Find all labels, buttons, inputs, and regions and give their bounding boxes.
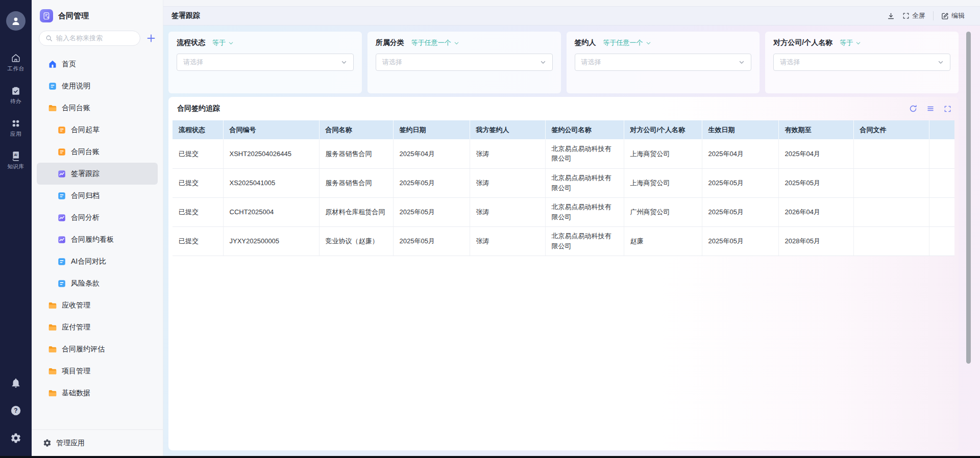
- rail-item-todo[interactable]: 待办: [8, 86, 24, 105]
- sidebar-item-payables[interactable]: 应付管理: [37, 316, 158, 338]
- edit-button[interactable]: 编辑: [941, 11, 965, 20]
- table-row[interactable]: 已提交 XSHT202504026445 服务器销售合同 2025年04月 张涛…: [173, 139, 954, 168]
- filter-select-counterparty[interactable]: 请选择: [773, 54, 950, 71]
- sidebar-item-contract-draft[interactable]: 合同起草: [37, 119, 158, 141]
- filter-operator-dropdown[interactable]: 等于任意一个: [411, 38, 459, 47]
- doc-icon: [57, 125, 66, 135]
- table-row[interactable]: 已提交 XS2025041005 服务器销售合同 2025年05月 张涛 北京易…: [173, 168, 954, 197]
- sidebar-item-receivables[interactable]: 应收管理: [37, 294, 158, 316]
- sidebar-item-contract-ledger[interactable]: 合同台账: [37, 141, 158, 163]
- fullscreen-icon: [944, 105, 951, 113]
- doc-icon: [48, 82, 57, 91]
- sidebar-item-contract-archive[interactable]: 合同归档: [37, 185, 158, 207]
- edit-icon: [941, 12, 949, 20]
- sidebar-item-label: AI合同对比: [71, 257, 106, 266]
- chevron-down-icon: [938, 59, 944, 65]
- rail-item-workbench[interactable]: 工作台: [8, 53, 24, 72]
- column-header: 对方公司/个人名称: [624, 120, 702, 139]
- refresh-button[interactable]: [909, 105, 917, 113]
- cell-contract-no: CCHT2025004: [223, 197, 319, 226]
- app-logo-icon: [40, 9, 53, 22]
- cell-sign-company: 北京易点易动科技有限公司: [545, 226, 624, 256]
- cell-valid-until: 2025年05月: [778, 168, 853, 197]
- rail-item-knowledge[interactable]: AI 知识库: [8, 151, 24, 170]
- cell-contract-name: 竞业协议（赵廉）: [319, 226, 393, 256]
- cell-sign-company: 北京易点易动科技有限公司: [545, 197, 624, 226]
- column-header: 签约公司名称: [545, 120, 624, 139]
- sidebar-search-row: 输入名称来搜索: [32, 29, 163, 50]
- select-placeholder: 请选择: [183, 58, 203, 67]
- sidebar-item-label: 使用说明: [62, 82, 90, 91]
- filter-card-process-status: 流程状态 等于 请选择: [168, 32, 362, 93]
- search-input[interactable]: 输入名称来搜索: [39, 31, 140, 46]
- sidebar-item-contract-performance-board[interactable]: 合同履约看板: [37, 228, 158, 250]
- filter-select-process-status[interactable]: 请选择: [177, 54, 354, 71]
- cell-status: 已提交: [173, 139, 223, 168]
- sidebar-item-performance-evaluation[interactable]: 合同履约评估: [37, 338, 158, 360]
- fullscreen-button[interactable]: 全屏: [902, 11, 925, 20]
- sidebar-item-contract-analysis[interactable]: 合同分析: [37, 207, 158, 228]
- chart-icon: [57, 235, 66, 244]
- filter-select-signer[interactable]: 请选择: [575, 54, 752, 71]
- cell-extra: [929, 139, 954, 168]
- add-button[interactable]: [146, 34, 156, 43]
- cell-sign-date: 2025年05月: [393, 226, 470, 256]
- svg-text:AI: AI: [14, 153, 18, 157]
- list-view-button[interactable]: [926, 105, 935, 113]
- cell-valid-until: 2026年04月: [778, 197, 853, 226]
- search-placeholder: 输入名称来搜索: [56, 34, 103, 43]
- cell-sign-company: 北京易点易动科技有限公司: [545, 139, 624, 168]
- sidebar-header: 合同管理: [32, 0, 163, 29]
- table-row[interactable]: 已提交 JYXY202500005 竞业协议（赵廉） 2025年05月 张涛 北…: [173, 226, 954, 256]
- sidebar-item-risk-clauses[interactable]: 风险条款: [37, 272, 158, 294]
- table-row[interactable]: 已提交 CCHT2025004 原材料仓库租赁合同 2025年05月 张涛 北京…: [173, 197, 954, 226]
- cell-our-signer: 张涛: [470, 226, 545, 256]
- sidebar-item-label: 应付管理: [62, 323, 90, 332]
- header-actions: 全屏 编辑: [887, 11, 965, 20]
- settings-icon[interactable]: [10, 432, 21, 444]
- cell-effective-date: 2025年05月: [702, 168, 778, 197]
- sidebar-item-contract-ledger-folder[interactable]: 合同台账: [37, 97, 158, 119]
- chart-icon: [57, 213, 66, 222]
- cell-effective-date: 2025年05月: [702, 226, 778, 256]
- sidebar-footer-label: 管理应用: [56, 439, 85, 448]
- doc-icon: [57, 191, 66, 200]
- folder-icon: [48, 301, 57, 310]
- table-card-header: 合同签约追踪: [168, 97, 959, 120]
- bell-icon[interactable]: [10, 377, 21, 389]
- cell-contract-file: [853, 197, 929, 226]
- doc-icon: [57, 147, 66, 157]
- rail-item-label: 知识库: [8, 163, 24, 170]
- cell-valid-until: 2028年05月: [778, 226, 853, 256]
- sidebar-item-ai-contract-compare[interactable]: AI合同对比: [37, 250, 158, 272]
- avatar[interactable]: [6, 11, 26, 31]
- sidebar-item-signing-tracking[interactable]: 签署跟踪: [37, 163, 158, 185]
- filter-label: 签约人: [575, 38, 596, 47]
- cell-our-signer: 张涛: [470, 197, 545, 226]
- edit-label: 编辑: [951, 11, 965, 20]
- filter-operator-dropdown[interactable]: 等于: [840, 38, 861, 47]
- filter-operator-dropdown[interactable]: 等于任意一个: [603, 38, 651, 47]
- sidebar-item-master-data[interactable]: 基础数据: [37, 382, 158, 404]
- filter-select-category[interactable]: 请选择: [376, 54, 553, 71]
- gear-icon: [43, 439, 52, 447]
- table-fullscreen-button[interactable]: [944, 105, 951, 113]
- sidebar-item-home[interactable]: 首页: [37, 53, 158, 75]
- download-button[interactable]: [887, 12, 895, 20]
- sidebar-footer-manage-apps[interactable]: 管理应用: [32, 429, 163, 456]
- cell-contract-name: 服务器销售合同: [319, 168, 393, 197]
- sidebar-item-usage-guide[interactable]: 使用说明: [37, 75, 158, 97]
- content-area: 流程状态 等于 请选择 所属分类 等于: [163, 26, 980, 456]
- sidebar-item-label: 合同起草: [71, 125, 100, 135]
- person-icon: [10, 15, 22, 27]
- filter-operator-dropdown[interactable]: 等于: [212, 38, 234, 47]
- column-header: 生效日期: [702, 120, 778, 139]
- help-icon[interactable]: ?: [10, 405, 21, 416]
- doc-icon: [57, 279, 66, 288]
- scrollbar[interactable]: [966, 32, 971, 364]
- cell-contract-no: XS2025041005: [223, 168, 319, 197]
- rail-item-apps[interactable]: 应用: [8, 118, 24, 138]
- sidebar-item-project-management[interactable]: 项目管理: [37, 360, 158, 382]
- table-header-row: 流程状态 合同编号 合同名称 签约日期 我方签约人 签约公司名称 对方公司/个人…: [173, 120, 954, 139]
- filter-operator-label: 等于: [840, 38, 853, 47]
